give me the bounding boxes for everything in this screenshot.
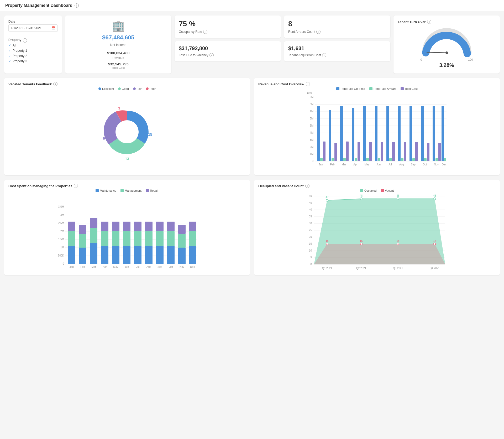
svg-text:Q3 2021: Q3 2021 [393, 267, 403, 270]
net-income-label: Net Income [110, 43, 126, 47]
legend-management-icon [120, 189, 124, 192]
svg-rect-105 [123, 231, 130, 246]
svg-rect-114 [156, 231, 164, 246]
property-2[interactable]: ✓ Property 2 [8, 53, 58, 59]
cost-label: Total Cost [107, 66, 130, 69]
svg-text:15: 15 [396, 239, 400, 242]
svg-point-176 [434, 243, 436, 245]
net-income-card: 🏢 $67,484,605 Net Income $100,034,400 Re… [65, 15, 171, 74]
property-all[interactable]: ✓ All [8, 43, 58, 48]
svg-rect-46 [389, 158, 392, 161]
filters-card: Date 1/1/2021 - 12/31/2021 📅 Property i … [4, 15, 62, 74]
svg-rect-107 [134, 246, 141, 264]
revenue-legend: Rent Paid On-Time Rent Paid Arrears Tota… [258, 87, 496, 90]
svg-rect-104 [123, 246, 130, 264]
svg-text:May: May [113, 265, 118, 268]
svg-text:Aug: Aug [146, 265, 151, 268]
acquisition-card: $1,631 Tenant Acquisition Cost i [284, 41, 390, 61]
cost-info-icon[interactable]: i [74, 184, 78, 188]
svg-text:Feb: Feb [330, 163, 335, 166]
svg-rect-98 [101, 246, 108, 264]
svg-text:Jul: Jul [388, 163, 392, 166]
svg-text:5M: 5M [310, 124, 313, 127]
legend-repair: Repair [146, 189, 158, 192]
occupied-legend: Occupied Vacant [258, 189, 496, 192]
property-1[interactable]: ✓ Property 1 [8, 48, 58, 53]
header-info-icon[interactable]: i [75, 3, 79, 8]
revenue-amount: $100,034,400 [107, 51, 130, 55]
svg-text:30: 30 [309, 222, 312, 225]
loss-info-icon[interactable]: i [209, 53, 214, 57]
property-info-icon[interactable]: i [23, 38, 27, 43]
revenue-info-icon[interactable]: i [306, 82, 310, 86]
svg-text:Nov: Nov [180, 265, 184, 268]
check-icon: ✓ [8, 49, 11, 53]
date-input[interactable]: 1/1/2021 - 12/31/2021 📅 [8, 24, 58, 32]
occupancy-value: 75 % [179, 20, 277, 28]
property-3-label: Property 3 [13, 59, 27, 63]
svg-rect-45 [386, 106, 389, 161]
gauge-chart [421, 27, 473, 58]
svg-rect-31 [332, 158, 334, 161]
svg-text:Jan: Jan [70, 265, 74, 268]
svg-rect-37 [355, 158, 357, 161]
legend-arrears-icon [369, 87, 372, 90]
svg-rect-43 [378, 158, 380, 161]
revenue-bar-chart: 0 1M 2M 3M 4M 5M 6M 7M 8M 9M 10M [258, 92, 496, 166]
revenue-chart-wrapper: 0 1M 2M 3M 4M 5M 6M 7M 8M 9M 10M [258, 92, 496, 167]
revenue-title: Revenue and Cost Overview i [258, 82, 496, 86]
legend-dot-fair [133, 87, 136, 90]
calendar-icon[interactable]: 📅 [51, 26, 55, 30]
occupied-info-icon[interactable]: i [305, 184, 309, 188]
loss-label: Loss Due to Vacancy i [179, 53, 277, 57]
svg-text:3.5M: 3.5M [58, 205, 64, 208]
svg-text:48: 48 [433, 194, 436, 197]
arrears-label: Rent Arrears Count i [288, 30, 386, 34]
svg-rect-108 [134, 231, 141, 246]
pie-chart: 15 13 6 3 [85, 95, 169, 169]
svg-text:0: 0 [62, 262, 64, 265]
legend-total-cost-icon [401, 87, 404, 90]
svg-rect-60 [442, 106, 444, 161]
cost-managing-card: Cost Spent on Managing the Properties i … [4, 180, 250, 275]
legend-on-time: Rent Paid On-Time [336, 87, 365, 90]
svg-rect-118 [167, 222, 175, 231]
svg-rect-106 [123, 222, 130, 231]
svg-text:25: 25 [309, 229, 312, 232]
turnover-title: Tenant Turn Over i [398, 20, 496, 24]
acquisition-info-icon[interactable]: i [322, 53, 326, 57]
svg-text:Dec: Dec [442, 163, 447, 166]
cost-bar-chart: 0 500K 1M 1.5M 2M 2.5M 3M 3.5M [8, 194, 246, 268]
svg-text:Apr: Apr [103, 265, 107, 268]
svg-point-2 [116, 120, 139, 143]
legend-management: Management [120, 189, 141, 192]
check-icon: ✓ [8, 59, 11, 63]
arrears-info-icon[interactable]: i [316, 30, 321, 34]
vacated-info-icon[interactable]: i [53, 82, 57, 86]
property-3[interactable]: ✓ Property 3 [8, 59, 58, 64]
svg-text:3M: 3M [60, 213, 64, 216]
svg-text:9M: 9M [310, 96, 313, 99]
svg-rect-124 [189, 222, 196, 231]
occupied-vacant-card: Occupied and Vacant Count i Occupied Vac… [254, 180, 500, 275]
svg-text:Nov: Nov [434, 163, 439, 166]
legend-occupied-icon [360, 189, 363, 192]
svg-text:15: 15 [360, 239, 363, 242]
svg-rect-112 [145, 222, 153, 231]
property-label: Property [8, 38, 21, 42]
svg-rect-27 [317, 106, 320, 161]
vacated-feedback-card: Vacated Tenants Feedback i Excellent Goo… [4, 78, 250, 175]
occupied-area-chart: 0 5 10 15 20 25 30 35 40 45 50 [258, 194, 496, 270]
svg-rect-110 [145, 246, 153, 264]
turnover-info-icon[interactable]: i [427, 20, 431, 24]
svg-text:40: 40 [309, 208, 312, 211]
turnover-value: 3.28% [439, 62, 454, 68]
legend-maintenance: Maintenance [96, 189, 116, 192]
occupancy-info-icon[interactable]: i [203, 30, 207, 34]
svg-text:Mar: Mar [91, 265, 96, 268]
svg-rect-44 [381, 142, 383, 161]
loss-value: $31,792,800 [179, 45, 277, 51]
svg-text:Q2 2021: Q2 2021 [356, 267, 366, 270]
svg-rect-57 [433, 106, 435, 161]
svg-text:7M: 7M [310, 110, 313, 113]
